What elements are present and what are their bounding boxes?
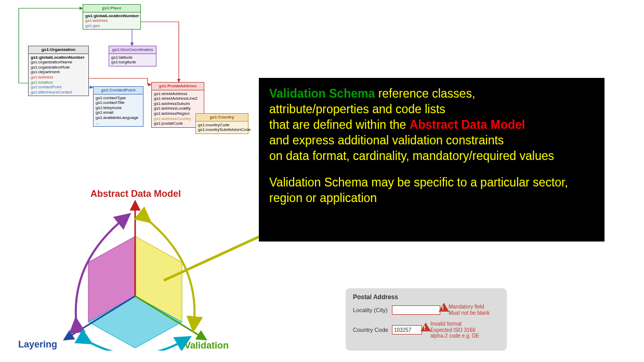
explanation-panel: Validation Schema reference classes, att… (259, 78, 604, 242)
uml-box-organization: gs1:Organization gs1:globalLocationNumbe… (28, 46, 89, 96)
panel-line: that are defined within the Abstract Dat… (269, 117, 594, 133)
uml-title: gs1:Place (83, 5, 140, 12)
uml-box-geocoordinates: gs1:GeoCoordinates gs1:latitude gs1:long… (109, 46, 156, 66)
locality-input[interactable] (392, 305, 440, 315)
uml-title: gs1:PostalAddress (152, 83, 204, 90)
vs-term: Validation Schema (269, 87, 375, 100)
panel-line: Validation Schema reference classes, (269, 86, 594, 102)
panel-line: Validation Schema may be specific to a p… (269, 175, 594, 206)
error-text: Invalid format Expected ISO 3166 alpha-2… (430, 321, 479, 339)
form-row-locality: Locality (City) Mandatory field Must not… (353, 304, 500, 316)
uml-body: gs1:countryCode gs1:countrySubdivisionCo… (196, 122, 248, 133)
uml-body: gs1:globalLocationNumber gs1:organizatio… (29, 54, 88, 96)
uml-box-place: gs1:Place gs1:globalLocationNumber gs1:a… (83, 4, 141, 30)
uml-body: gs1:globalLocationNumber gs1:address gs1… (83, 12, 140, 30)
axis-label-layering: Layering (18, 339, 57, 350)
uml-title: gs1:Country (196, 114, 248, 122)
axis-label-adm: Abstract Data Model (73, 189, 199, 199)
uml-title: gs1:Organization (29, 46, 88, 54)
adm-term: Abstract Data Model (410, 118, 525, 131)
axis-diagram: Abstract Data Model Layering Validation (55, 190, 226, 361)
panel-line: on data format, cardinality, mandatory/r… (269, 149, 594, 164)
uml-box-country: gs1:Country gs1:countryCode gs1:countryS… (195, 113, 248, 134)
form-row-country: Country Code 103257 Invalid format Expec… (353, 321, 500, 339)
validation-example: Postal Address Locality (City) Mandatory… (346, 288, 507, 351)
panel-line: and express additional validation constr… (269, 133, 594, 149)
field-label: Locality (City) (353, 307, 392, 313)
axis-label-validation: Validation (185, 340, 229, 351)
uml-body: gs1:latitude gs1:longitude (109, 54, 156, 66)
uml-title: gs1:GeoCoordinates (109, 46, 156, 54)
axis-svg (55, 190, 216, 351)
error-text: Mandatory field Must not be blank (449, 304, 490, 316)
panel-line: attribute/properties and code lists (269, 102, 594, 117)
uml-title: gs1:ContactPoint (94, 87, 143, 95)
uml-diagram: gs1:Place gs1:globalLocationNumber gs1:a… (12, 4, 246, 139)
field-label: Country Code (353, 327, 392, 333)
country-input[interactable]: 103257 (392, 325, 422, 334)
uml-body: gs1:contactType gs1:contactTitle gs1:tel… (94, 95, 143, 127)
form-title: Postal Address (353, 293, 500, 301)
uml-box-contactpoint: gs1:ContactPoint gs1:contactType gs1:con… (93, 86, 143, 127)
